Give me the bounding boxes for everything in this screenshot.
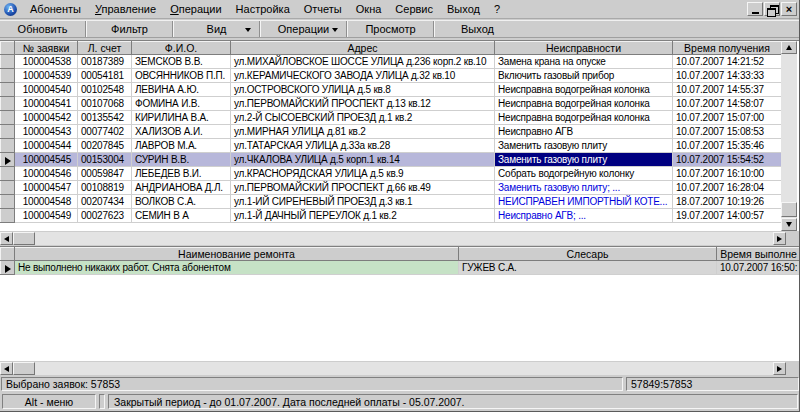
cell-request-no[interactable]: 100004544 — [15, 139, 78, 153]
cell-fault[interactable]: Неисправна водогрейная колонка — [495, 83, 673, 97]
menu-item-0[interactable]: Абоненты — [23, 1, 88, 17]
col-repair-name[interactable]: Наименование ремонта — [15, 248, 459, 261]
cell-received[interactable]: 10.07.2007 15:08:53 — [673, 125, 782, 139]
restore-icon[interactable] — [764, 2, 780, 16]
cell-request-no[interactable]: 100004541 — [15, 97, 78, 111]
toolbar-button-3[interactable]: Операции — [261, 21, 346, 37]
request-row[interactable]: 100004540 00102548 ЛЕВИНА А.Ю. ул.ОСТРОВ… — [1, 83, 782, 97]
cell-done-time[interactable]: 10.07.2007 16:50: — [717, 261, 800, 275]
chevron-down-icon[interactable] — [332, 28, 338, 32]
cell-request-no[interactable]: 100004545 — [15, 153, 78, 167]
request-row[interactable]: 100004547 00108819 АНДРИАНОВА Д.Л. ул.ПЕ… — [1, 181, 782, 195]
request-row[interactable]: 100004545 00153004 СУРИН В.В. ул.ЧКАЛОВА… — [1, 153, 782, 167]
scroll-thumb[interactable] — [13, 362, 35, 375]
repairs-horizontal-scrollbar[interactable] — [0, 362, 786, 375]
toolbar-button-5[interactable]: Выход — [435, 21, 520, 37]
cell-address[interactable]: ул.МИХАЙЛОВСКОЕ ШОССЕ УЛИЦА д.236 корп.2… — [231, 55, 495, 69]
cell-name[interactable]: ЛАВРОВ М.А. — [132, 139, 231, 153]
scroll-right-icon[interactable] — [773, 232, 786, 245]
cell-request-no[interactable]: 100004543 — [15, 125, 78, 139]
cell-address[interactable]: ул.1-ИЙ СИРЕНЕВЫЙ ПРОЕЗД д.3 кв.1 — [231, 195, 495, 209]
scroll-right-icon[interactable] — [773, 362, 786, 375]
cell-address[interactable]: ул.ОСТРОВСКОГО УЛИЦА д.5 кв.8 — [231, 83, 495, 97]
menu-item-7[interactable]: Выход — [440, 1, 487, 17]
col-request-no[interactable]: № заявки — [15, 42, 78, 55]
menu-item-4[interactable]: Отчеты — [297, 1, 349, 17]
cell-fault[interactable]: Неисправна водогрейная колонка — [495, 97, 673, 111]
col-name[interactable]: Ф.И.О. — [132, 42, 231, 55]
cell-received[interactable]: 10.07.2007 14:58:07 — [673, 97, 782, 111]
cell-name[interactable]: ЗЕМСКОВ В.В. — [132, 55, 231, 69]
request-row[interactable]: 100004546 00059847 ЛЕБЕДЕВ В.И. ул.КРАСН… — [1, 167, 782, 181]
cell-fault[interactable]: Заменить газовую плиту; ... — [495, 181, 673, 195]
cell-received[interactable]: 10.07.2007 14:21:52 — [673, 55, 782, 69]
request-row[interactable]: 100004542 00135542 КИРИЛИНА В.А. ул.2-Й … — [1, 111, 782, 125]
cell-name[interactable]: ВОЛКОВ С.А. — [132, 195, 231, 209]
cell-name[interactable]: СЕМИН В А — [132, 209, 231, 223]
cell-address[interactable]: ул.2-Й СЫСОЕВСКИЙ ПРОЕЗД д.1 кв.2 — [231, 111, 495, 125]
col-mechanic[interactable]: Слесарь — [459, 248, 717, 261]
cell-fault[interactable]: Включить газовый прибор — [495, 69, 673, 83]
cell-address[interactable]: ул.КРАСНОРЯДСКАЯ УЛИЦА д.5 кв.9 — [231, 167, 495, 181]
cell-request-no[interactable]: 100004549 — [15, 209, 78, 223]
cell-account[interactable]: 00108819 — [78, 181, 132, 195]
scroll-thumb[interactable] — [13, 232, 35, 245]
chevron-down-icon[interactable] — [245, 28, 251, 32]
cell-address[interactable]: ул.ТАТАРСКАЯ УЛИЦА д.33а кв.28 — [231, 139, 495, 153]
cell-fault[interactable]: Неисправно АГВ — [495, 125, 673, 139]
request-row[interactable]: 100004544 00207845 ЛАВРОВ М.А. ул.ТАТАРС… — [1, 139, 782, 153]
close-icon[interactable]: × — [781, 2, 797, 16]
menu-item-2[interactable]: Операции — [163, 1, 228, 17]
cell-received[interactable]: 10.07.2007 15:07:00 — [673, 111, 782, 125]
toolbar-button-1[interactable]: Фильтр — [87, 21, 172, 37]
cell-account[interactable]: 00135542 — [78, 111, 132, 125]
repair-row[interactable]: Не выполнено никаких работ. Снята абонен… — [1, 261, 800, 275]
cell-name[interactable]: КИРИЛИНА В.А. — [132, 111, 231, 125]
toolbar-button-0[interactable]: Обновить — [0, 21, 85, 37]
cell-fault[interactable]: Собрать водогрейную колонку — [495, 167, 673, 181]
cell-account[interactable]: 00153004 — [78, 153, 132, 167]
scroll-left-icon[interactable] — [0, 232, 13, 245]
cell-name[interactable]: ФОМИНА И.В. — [132, 97, 231, 111]
cell-account[interactable]: 00102548 — [78, 83, 132, 97]
cell-fault[interactable]: Замена крана на опуске — [495, 55, 673, 69]
cell-fault[interactable]: Неисправна водогрейная колонка — [495, 111, 673, 125]
cell-request-no[interactable]: 100004540 — [15, 83, 78, 97]
cell-received[interactable]: 10.07.2007 15:35:46 — [673, 139, 782, 153]
cell-name[interactable]: СУРИН В.В. — [132, 153, 231, 167]
cell-request-no[interactable]: 100004538 — [15, 55, 78, 69]
menu-item-8[interactable]: ? — [487, 1, 507, 17]
request-row[interactable]: 100004543 00077402 ХАЛИЗОВ А.И. ул.МИРНА… — [1, 125, 782, 139]
cell-account[interactable]: 00059847 — [78, 167, 132, 181]
menu-item-6[interactable]: Сервис — [388, 1, 440, 17]
cell-request-no[interactable]: 100004539 — [15, 69, 78, 83]
col-address[interactable]: Адрес — [231, 42, 495, 55]
request-row[interactable]: 100004548 00207434 ВОЛКОВ С.А. ул.1-ИЙ С… — [1, 195, 782, 209]
col-received[interactable]: Время получения — [673, 42, 782, 55]
cell-fault[interactable]: Неисправно АГВ; ... — [495, 209, 673, 223]
cell-account[interactable]: 00027623 — [78, 209, 132, 223]
cell-request-no[interactable]: 100004542 — [15, 111, 78, 125]
cell-name[interactable]: ЛЕБЕДЕВ В.И. — [132, 167, 231, 181]
cell-account[interactable]: 00187389 — [78, 55, 132, 69]
requests-horizontal-scrollbar[interactable] — [0, 232, 786, 245]
cell-account[interactable]: 00054181 — [78, 69, 132, 83]
cell-account[interactable]: 00107068 — [78, 97, 132, 111]
cell-request-no[interactable]: 100004548 — [15, 195, 78, 209]
menu-item-5[interactable]: Окна — [349, 1, 389, 17]
col-done-time[interactable]: Время выполне — [717, 248, 800, 261]
cell-fault[interactable]: Заменить газовую плиту — [495, 139, 673, 153]
request-row[interactable]: 100004539 00054181 ОВСЯННИКОВ П.П. ул.КЕ… — [1, 69, 782, 83]
cell-account[interactable]: 00207434 — [78, 195, 132, 209]
cell-address[interactable]: ул.1-Й ДАЧНЫЙ ПЕРЕУЛОК д.1 кв.2 — [231, 209, 495, 223]
cell-received[interactable]: 18.07.2007 10:19:26 — [673, 195, 782, 209]
request-row[interactable]: 100004538 00187389 ЗЕМСКОВ В.В. ул.МИХАЙ… — [1, 55, 782, 69]
cell-address[interactable]: ул.КЕРАМИЧЕСКОГО ЗАВОДА УЛИЦА д.32 кв.10 — [231, 69, 495, 83]
cell-received[interactable]: 10.07.2007 16:28:04 — [673, 181, 782, 195]
scroll-thumb[interactable] — [781, 202, 797, 217]
request-row[interactable]: 100004541 00107068 ФОМИНА И.В. ул.ПЕРВОМ… — [1, 97, 782, 111]
col-account[interactable]: Л. счет — [78, 42, 132, 55]
cell-received[interactable]: 10.07.2007 15:54:52 — [673, 153, 782, 167]
scroll-up-icon[interactable] — [781, 41, 797, 54]
cell-received[interactable]: 10.07.2007 16:10:00 — [673, 167, 782, 181]
